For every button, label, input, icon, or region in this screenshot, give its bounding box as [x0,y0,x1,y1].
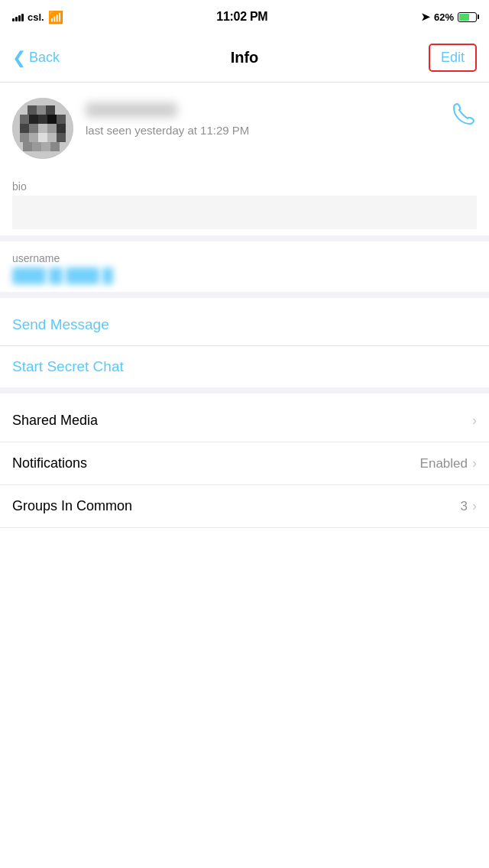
svg-rect-2 [37,105,46,115]
notifications-right: Enabled › [420,455,477,471]
edit-button[interactable]: Edit [429,44,477,72]
signal-bar-3 [18,15,21,21]
svg-rect-5 [29,115,38,124]
svg-rect-3 [46,105,55,115]
section-divider-1 [0,235,489,241]
battery-percent: 62% [434,11,454,23]
send-message-button[interactable]: Send Message [0,304,489,346]
username-label: username [12,252,477,264]
bio-section: bio [0,171,489,235]
signal-bar-4 [21,14,24,21]
status-right: ➤ 62% [421,11,477,23]
phone-call-button[interactable] [452,101,477,131]
notifications-chevron-icon: › [472,455,477,471]
svg-rect-9 [20,124,29,133]
start-secret-chat-label: Start Secret Chat [12,358,124,374]
status-bar: csl. 📶 11:02 PM ➤ 62% [0,0,489,34]
username-blur-3 [66,267,99,284]
username-value [12,267,477,284]
svg-rect-7 [47,115,57,124]
svg-rect-1 [28,105,37,115]
back-chevron-icon: ❮ [12,48,26,68]
back-label: Back [29,50,60,66]
svg-rect-17 [47,133,57,142]
groups-in-common-value: 3 [461,499,468,514]
signal-bars [12,12,24,21]
action-section: Send Message Start Secret Chat [0,304,489,387]
signal-bar-1 [12,18,15,21]
svg-rect-6 [38,115,47,124]
status-time: 11:02 PM [216,10,267,24]
profile-section: last seen yesterday at 11:29 PM [0,83,489,171]
svg-rect-4 [20,115,29,124]
svg-rect-18 [57,133,66,142]
last-seen: last seen yesterday at 11:29 PM [86,124,477,137]
groups-in-common-label: Groups In Common [12,498,132,514]
bio-label: bio [12,180,477,193]
page-title: Info [231,49,259,66]
svg-rect-10 [29,124,38,133]
username-blur-1 [12,267,46,284]
svg-rect-22 [50,142,60,151]
svg-rect-16 [38,133,47,142]
svg-rect-15 [29,133,38,142]
back-button[interactable]: ❮ Back [12,48,60,68]
carrier-name: csl. [28,11,44,23]
profile-info: last seen yesterday at 11:29 PM [86,98,477,137]
signal-bar-2 [15,17,18,21]
avatar-image [12,98,73,159]
section-divider-2 [0,292,489,298]
send-message-label: Send Message [12,316,109,332]
groups-in-common-right: 3 › [461,498,477,514]
phone-icon [452,101,477,125]
svg-rect-20 [32,142,41,151]
groups-in-common-row[interactable]: Groups In Common 3 › [0,485,489,528]
groups-in-common-chevron-icon: › [472,498,477,514]
settings-section: Shared Media › Notifications Enabled › G… [0,400,489,528]
notifications-label: Notifications [12,455,87,471]
shared-media-chevron-icon: › [472,413,477,429]
svg-rect-21 [41,142,50,151]
username-blur-4 [102,267,113,284]
shared-media-row[interactable]: Shared Media › [0,400,489,442]
svg-rect-14 [20,133,29,142]
avatar [12,98,73,159]
svg-rect-8 [57,115,66,124]
nav-bar: ❮ Back Info Edit [0,34,489,83]
status-left: csl. 📶 [12,10,63,24]
username-section: username [0,241,489,292]
svg-rect-19 [23,142,32,151]
shared-media-right: › [468,413,477,429]
svg-rect-12 [47,124,57,133]
section-divider-3 [0,387,489,394]
location-icon: ➤ [421,11,430,23]
bio-empty [12,196,477,229]
shared-media-label: Shared Media [12,413,98,429]
battery-icon [458,12,477,22]
notifications-value: Enabled [420,456,468,471]
profile-name [86,102,177,118]
notifications-row[interactable]: Notifications Enabled › [0,442,489,485]
svg-rect-13 [57,124,66,133]
username-blur-2 [49,267,63,284]
svg-rect-11 [38,124,47,133]
wifi-icon: 📶 [48,10,63,24]
start-secret-chat-button[interactable]: Start Secret Chat [0,346,489,387]
